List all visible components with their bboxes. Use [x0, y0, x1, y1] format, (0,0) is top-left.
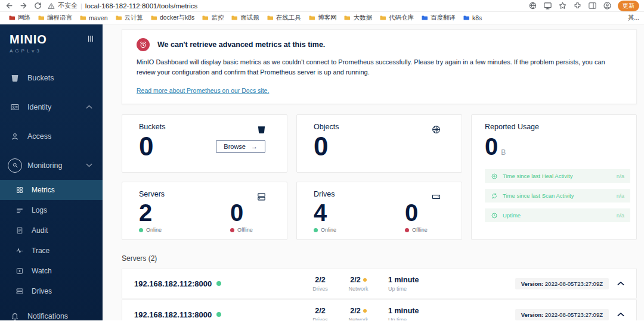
uptime-column: 1 minute Up time: [388, 307, 454, 320]
sidebar-item-audit[interactable]: Audit: [0, 220, 103, 241]
bookmark-item[interactable]: 网络: [5, 13, 34, 23]
translate-icon[interactable]: [528, 1, 537, 10]
uptime-label: Up time: [388, 317, 454, 320]
sidebar-item-label: Monitoring: [27, 161, 62, 170]
sidebar-item-label: Drives: [32, 287, 52, 295]
servers-offline-stat: 0 Offline: [230, 201, 253, 233]
bookmark-label: 编程语言: [47, 14, 72, 22]
bookmark-item[interactable]: 面试题: [227, 13, 263, 23]
bookmark-item[interactable]: 代码仓库: [376, 13, 417, 23]
minio-console: MINIO AGPLv3 Buckets Identity Access: [0, 24, 644, 320]
bookmark-label: maven: [89, 14, 108, 21]
prometheus-docs-link[interactable]: Read more about Prometheus on our Docs s…: [137, 87, 269, 94]
identity-icon: [10, 102, 20, 112]
profile-avatar[interactable]: [603, 1, 612, 10]
scan-icon: [491, 192, 498, 200]
objects-count: 0: [314, 133, 328, 160]
folder-icon: [379, 14, 386, 21]
uptime-column: 1 minute Up time: [388, 276, 454, 292]
bookmark-item[interactable]: 博客网: [305, 13, 340, 23]
drives-icon: [16, 287, 24, 295]
bookmark-item[interactable]: docker与k8s: [147, 13, 198, 23]
usage-row-label: Time since last Scan Activity: [503, 192, 574, 199]
sidebar-item-buckets[interactable]: Buckets: [0, 63, 103, 92]
sidebar-item-metrics[interactable]: Metrics: [0, 180, 103, 200]
sidebar-item-identity[interactable]: Identity: [0, 92, 103, 121]
sidebar-item-label: Trace: [32, 247, 49, 255]
chrome-update-badge[interactable]: 更新: [618, 1, 639, 11]
sidebar-item-monitoring[interactable]: Monitoring: [0, 151, 103, 180]
drives-label: Drives: [301, 286, 339, 292]
bookmarks-overflow[interactable]: 其...: [628, 14, 639, 22]
bookmark-item[interactable]: 云计算: [112, 13, 147, 23]
bookmark-item[interactable]: 在线工具: [263, 13, 305, 23]
servers-heading: Servers (2): [122, 254, 637, 263]
back-icon[interactable]: [5, 1, 14, 10]
bookmark-label: 代码仓库: [389, 14, 414, 22]
bookmark-star-icon[interactable]: [558, 1, 567, 10]
url-text: local-168-182-112:8001/tools/metrics: [85, 2, 197, 10]
offline-label: Offline: [412, 227, 428, 233]
chevron-down-icon: [86, 163, 92, 167]
offline-count: 0: [230, 201, 253, 225]
usage-unit: B: [501, 148, 506, 157]
network-label: Network: [339, 286, 377, 292]
objects-card: Objects 0: [296, 114, 462, 173]
folder-icon: [115, 14, 122, 21]
extensions-icon[interactable]: [573, 1, 582, 10]
address-divider: |: [80, 2, 82, 10]
bookmark-item[interactable]: k8s: [459, 13, 485, 23]
online-dot: [139, 228, 143, 232]
logs-icon: [16, 206, 24, 214]
card-title: Reported Usage: [485, 123, 630, 131]
card-title: Servers: [139, 190, 270, 198]
usage-row-label: Uptime: [503, 212, 521, 219]
sidebar-item-notifications[interactable]: Notifications: [0, 301, 103, 320]
sidebar-item-watch[interactable]: Watch: [0, 261, 103, 281]
endpoint-text: 192.168.182.113:8000: [134, 310, 212, 319]
side-panel-icon[interactable]: [588, 1, 597, 10]
uptime-label: Up time: [388, 286, 454, 292]
bookmark-item[interactable]: 百度翻译: [417, 13, 459, 23]
sidebar-item-logs[interactable]: Logs: [0, 200, 103, 220]
network-value: 2/2: [350, 276, 360, 284]
sidebar-item-label: Metrics: [32, 186, 55, 194]
folder-icon: [267, 14, 274, 21]
prometheus-alert: We can't retrieve advanced metrics at th…: [122, 29, 637, 104]
bookmark-item[interactable]: maven: [76, 13, 112, 23]
collapse-sidebar-icon[interactable]: [86, 34, 95, 43]
sidebar: MINIO AGPLv3 Buckets Identity Access: [0, 24, 103, 320]
collapse-chevron-icon[interactable]: [617, 312, 624, 317]
site-favicon: [463, 14, 470, 21]
bookmark-item[interactable]: 监控: [198, 13, 227, 23]
servers-online-stat: 2 Online: [139, 201, 162, 233]
bookmark-item[interactable]: 编程语言: [34, 13, 76, 23]
license-label: AGPLv3: [10, 48, 93, 54]
sidebar-item-drives[interactable]: Drives: [0, 281, 103, 301]
bookmark-item[interactable]: 大数据: [340, 13, 376, 23]
forward-icon[interactable]: [19, 1, 28, 10]
bookmark-label: docker与k8s: [160, 14, 194, 22]
chevron-up-icon: [86, 105, 92, 109]
drives-label: Drives: [301, 317, 339, 320]
alert-title: We can't retrieve advanced metrics at th…: [157, 40, 325, 49]
server-row[interactable]: 192.168.182.112:8000 2/2 Drives 2/2 Netw…: [122, 269, 637, 298]
sidebar-item-access[interactable]: Access: [0, 121, 103, 151]
refresh-icon[interactable]: [33, 1, 42, 10]
sidebar-item-trace[interactable]: Trace: [0, 241, 103, 261]
collapse-chevron-icon[interactable]: [617, 281, 624, 286]
buckets-count: 0: [139, 133, 153, 160]
address-bar[interactable]: 不安全 | local-168-182-112:8001/tools/metri…: [48, 1, 523, 10]
browser-window: 不安全 | local-168-182-112:8001/tools/metri…: [0, 0, 644, 321]
network-value: 2/2: [350, 307, 360, 315]
monitoring-submenu: Metrics Logs Audit Trace: [0, 180, 103, 301]
server-row[interactable]: 192.168.182.113:8000 2/2 Drives 2/2 Netw…: [122, 300, 637, 320]
share-icon[interactable]: [543, 1, 552, 10]
bookmark-label: 面试题: [240, 14, 259, 22]
metrics-cards: Buckets 0 Browse → Objects 0: [122, 114, 637, 240]
usage-row-value: n/a: [617, 212, 624, 219]
usage-value: 0: [485, 135, 498, 158]
folder-icon: [202, 14, 209, 21]
browse-buckets-button[interactable]: Browse →: [216, 140, 265, 153]
alert-body: MinIO Dashboard will display basic metri…: [137, 57, 622, 77]
